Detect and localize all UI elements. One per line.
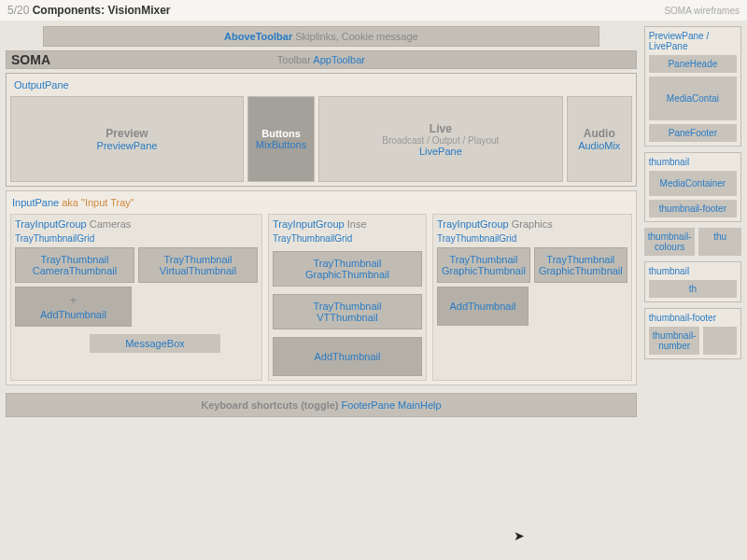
cameras-grid-label: TrayThumbnailGrid (15, 233, 258, 244)
thumb2-th-box: th (649, 280, 737, 298)
virtual-thumbnail[interactable]: TrayThumbnail VirtualThumbnail (138, 247, 258, 283)
output-pane-label: OutputPane (10, 77, 632, 92)
live-pane-box[interactable]: Live Broadcast / Output / Playout LivePa… (318, 96, 563, 182)
cameras-group-label: TrayInputGroup (15, 218, 87, 230)
graphics-grid-label: TrayThumbnailGrid (437, 233, 627, 244)
live-label: LivePane (419, 146, 462, 157)
inserts-group-name: Inse (347, 218, 367, 230)
add-thumbnail-graphics[interactable]: AddThumbnail (437, 287, 529, 326)
tray-group-graphics: TrayInputGroup Graphics TrayThumbnailGri… (432, 214, 632, 381)
footer-pane-box: Keyboard shortcuts (toggle) FooterPane M… (6, 393, 637, 417)
preview-pane-box[interactable]: Preview PreviewPane (10, 96, 244, 182)
tray-group-cameras: TrayInputGroup Cameras TrayThumbnailGrid… (10, 214, 262, 381)
side-thumb2-label: thumbnail (649, 266, 737, 276)
side-thumb-label: thumbnail (649, 157, 737, 167)
input-pane-wireframe: InputPane aka "Input Tray" TrayInputGrou… (6, 190, 637, 385)
graphic-thumbnail-insert[interactable]: TrayThumbnail GraphicThumbnail (273, 251, 422, 287)
footer-prefix: Keyboard shortcuts (toggle) (201, 399, 338, 411)
live-title: Live (430, 122, 452, 135)
media-container-box: MediaContai (649, 77, 737, 120)
audio-label: AudioMix (578, 140, 620, 151)
page-title: VisionMixer (107, 4, 170, 17)
thumb-media-box: MediaContainer (649, 171, 737, 196)
side-thumbnail: thumbnail MediaContainer thumbnail-foote… (644, 152, 741, 222)
add-thumbnail-inserts[interactable]: AddThumbnail (273, 337, 422, 376)
preview-title: Preview (106, 127, 148, 140)
camera-thumbnail[interactable]: TrayThumbnail CameraThumbnail (15, 247, 134, 283)
tray-group-inserts: TrayInputGroup Inse TrayThumbnailGrid Tr… (268, 214, 427, 381)
pane-header-box: PaneHeade (649, 55, 737, 73)
graphics-group-label: TrayInputGroup (437, 218, 509, 230)
input-pane-aka: aka "Input Tray" (62, 197, 134, 208)
above-toolbar-desc: Skiplinks, Cookie message (295, 31, 417, 42)
toolbar-box: Toolbar AppToolbar (6, 50, 637, 69)
inserts-group-label: TrayInputGroup (273, 218, 345, 230)
buttons-title: Buttons (261, 128, 301, 139)
side-tf-label: thumbnail-footer (649, 313, 737, 323)
footer-label-2: MainHelp (398, 399, 441, 411)
page-fraction: 5/20 (7, 4, 29, 17)
above-toolbar-box: AboveToolbar Skiplinks, Cookie message (43, 26, 599, 47)
mix-buttons-box[interactable]: Buttons MixButtons (247, 96, 315, 182)
inserts-grid-label: TrayThumbnailGrid (273, 233, 422, 244)
graphics-group-name: Graphics (512, 218, 553, 230)
pane-footer-box: PaneFooter (649, 124, 737, 142)
cursor-icon: ➤ (514, 528, 525, 543)
plus-icon: + (70, 293, 78, 307)
audio-pane-box[interactable]: Audio AudioMix (567, 96, 632, 182)
cameras-group-name: Cameras (90, 218, 132, 230)
side-pl-label: PreviewPane / LivePane (649, 31, 737, 51)
thumb-thu-box: thu (698, 228, 741, 256)
page-title-prefix: Components: (33, 4, 105, 17)
graphic-thumbnail-1[interactable]: TrayThumbnail GraphicThumbnail (437, 247, 530, 283)
thumb-footer-box: thumbnail-footer (649, 200, 737, 217)
thumb-colours-box: thumbnail-colours (644, 228, 696, 256)
buttons-label: MixButtons (256, 139, 306, 150)
side-preview-live: PreviewPane / LivePane PaneHeade MediaCo… (644, 26, 741, 147)
thumb-empty-box (703, 327, 737, 355)
thumb-number-box: thumbnail- number (649, 327, 700, 355)
footer-label-1: FooterPane (342, 399, 395, 411)
vt-thumbnail[interactable]: TrayThumbnail VTThumbnail (273, 294, 422, 329)
side-thumbnail-2: thumbnail th (644, 261, 741, 302)
preview-label: PreviewPane (97, 140, 158, 151)
toolbar-label: AppToolbar (313, 54, 365, 65)
audio-title: Audio (584, 127, 615, 140)
soma-logo: SOMA (11, 52, 50, 67)
live-sub: Broadcast / Output / Playout (382, 135, 499, 146)
add-thumbnail-cameras[interactable]: + AddThumbnail (15, 287, 132, 327)
output-pane-wireframe: OutputPane Preview PreviewPane Buttons M… (6, 73, 637, 187)
side-thumb-footer: thumbnail-footer thumbnail- number (644, 308, 741, 359)
graphic-thumbnail-2[interactable]: TrayThumbnail GraphicThumbnail (534, 247, 627, 283)
topbar: 5/20 Components: VisionMixer SOMA wirefr… (0, 0, 747, 21)
above-toolbar-label: AboveToolbar (224, 31, 292, 42)
toolbar-prefix: Toolbar (277, 54, 311, 65)
brand-label: SOMA wireframes (664, 6, 740, 16)
input-pane-label: InputPane (12, 197, 59, 208)
message-box: MessageBox (90, 334, 220, 353)
